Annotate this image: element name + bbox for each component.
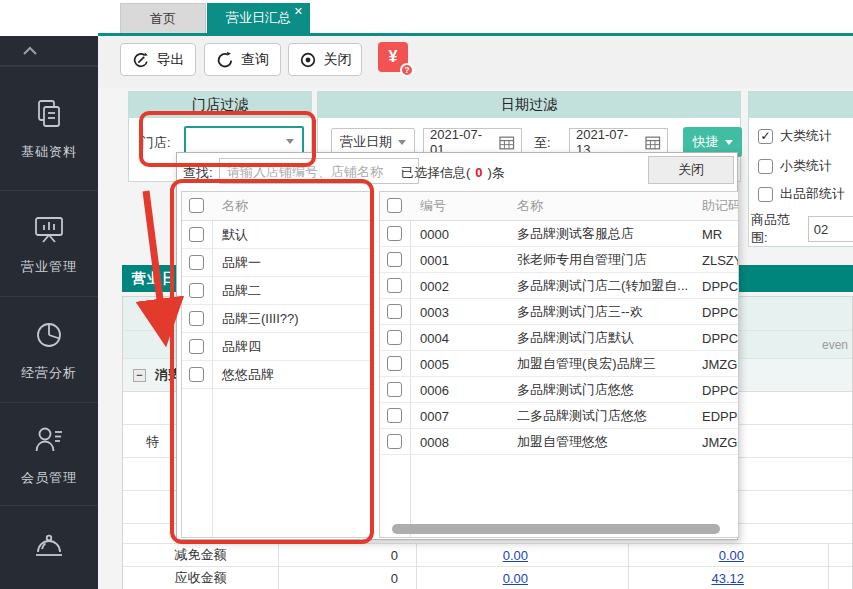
store-name: 多品牌测试门店二(转加盟自...	[517, 277, 688, 295]
checkbox-unchecked[interactable]	[758, 187, 773, 202]
sidebar-item-business-mgmt[interactable]: 营业管理	[0, 190, 98, 296]
to-label: 至:	[534, 134, 551, 152]
column-header-name: 名称	[222, 197, 248, 215]
checkbox-row-production-dept[interactable]: 出品部统计	[758, 185, 845, 203]
brand-row[interactable]: 悠悠品牌	[182, 361, 372, 389]
checkbox-unchecked[interactable]	[758, 159, 773, 174]
store-list: 编号 名称 助记码 0000多品牌测试客服总店MR 0001张老师专用自管理门店…	[379, 191, 739, 538]
row-checkbox[interactable]	[387, 408, 402, 423]
store-list-header: 编号 名称 助记码	[380, 192, 738, 221]
brand-row[interactable]: 品牌四	[182, 333, 372, 361]
store-name: 加盟自管理悠悠	[517, 433, 608, 451]
calendar-icon[interactable]	[645, 135, 661, 150]
table-row-discount: 减免金额 0 0.00 0.00	[123, 544, 852, 567]
sidebar-item-service[interactable]	[0, 505, 98, 589]
store-mnemonic: JMZGL	[702, 434, 739, 449]
query-button[interactable]: 查询	[204, 43, 281, 76]
tab-home[interactable]: 首页	[120, 3, 206, 33]
row-checkbox[interactable]	[189, 283, 204, 298]
goods-range-input[interactable]: 02	[808, 216, 853, 242]
query-label: 查询	[241, 51, 269, 69]
checkbox-row-minor-category[interactable]: 小类统计	[758, 157, 832, 175]
row-checkbox[interactable]	[189, 367, 204, 382]
store-row[interactable]: 0008加盟自管理悠悠JMZGL	[380, 429, 738, 455]
store-name: 多品牌测试门店悠悠	[517, 381, 634, 399]
amount-link[interactable]: 0.00	[503, 548, 528, 563]
store-row[interactable]: 0003多品牌测试门店三--欢DPPCS	[380, 299, 738, 325]
selected-info-suffix: )条	[488, 165, 505, 180]
store-row[interactable]: 0004多品牌测试门店默认DPPCS	[380, 325, 738, 351]
horizontal-scrollbar-thumb[interactable]	[392, 524, 720, 534]
row-checkbox[interactable]	[387, 382, 402, 397]
date-filter-header: 日期过滤	[318, 92, 740, 118]
brand-name: 品牌四	[222, 338, 261, 356]
brand-row[interactable]: 默认	[182, 221, 372, 249]
fee-badge-button[interactable]: ¥ ?	[378, 42, 408, 72]
amount-link[interactable]: 43.12	[711, 571, 744, 586]
empty-cell	[828, 544, 852, 566]
sidebar-item-label: 会员管理	[21, 469, 77, 487]
brand-row[interactable]: 品牌二	[182, 277, 372, 305]
store-row[interactable]: 0002多品牌测试门店二(转加盟自...DPPCS	[380, 273, 738, 299]
close-button[interactable]: 关闭	[288, 43, 362, 76]
store-code: 0003	[420, 304, 449, 319]
member-icon	[31, 422, 67, 458]
row-checkbox[interactable]	[387, 434, 402, 449]
chevron-down-icon	[398, 140, 406, 145]
store-row[interactable]: 0006多品牌测试门店悠悠DPPCS	[380, 377, 738, 403]
store-select-popup: 查找: 已选择信息(0)条 关闭 名称 默认 品牌一 品牌二 品牌三(IIII?…	[176, 152, 738, 540]
checkbox-checked[interactable]: ✓	[758, 129, 773, 144]
column-header-mnemonic: 助记码	[702, 197, 739, 215]
export-button[interactable]: 导出	[120, 43, 196, 76]
search-input[interactable]	[219, 158, 419, 184]
store-code: 0007	[420, 408, 449, 423]
row-checkbox[interactable]	[189, 227, 204, 242]
select-all-checkbox[interactable]	[387, 198, 402, 213]
select-all-checkbox[interactable]	[189, 198, 204, 213]
app-window: 首页 营业日汇总 ✕ 基础资料 营业管理	[0, 0, 853, 589]
row-checkbox[interactable]	[387, 330, 402, 345]
amount-link[interactable]: 0.00	[719, 548, 744, 563]
row-checkbox[interactable]	[387, 278, 402, 293]
store-row[interactable]: 0000多品牌测试客服总店MR	[380, 221, 738, 247]
brand-row[interactable]: 品牌一	[182, 249, 372, 277]
tab-close-icon[interactable]: ✕	[294, 5, 303, 17]
sidebar-item-members[interactable]: 会员管理	[0, 402, 98, 505]
store-code: 0001	[420, 252, 449, 267]
row-checkbox[interactable]	[387, 252, 402, 267]
row-checkbox[interactable]	[189, 311, 204, 326]
brand-name: 默认	[222, 226, 248, 244]
store-name: 多品牌测试门店默认	[517, 329, 634, 347]
row-checkbox[interactable]	[189, 339, 204, 354]
store-code: 0008	[420, 434, 449, 449]
toolbar: 导出 查询 关闭 ¥ ?	[98, 36, 853, 88]
tab-label: 营业日汇总	[226, 9, 291, 27]
store-row[interactable]: 0001张老师专用自管理门店ZLSZY	[380, 247, 738, 273]
column-header-code: 编号	[420, 197, 446, 215]
calendar-icon[interactable]	[499, 135, 515, 150]
quick-label: 快捷	[693, 133, 719, 151]
sidebar-item-analysis[interactable]: 经营分析	[0, 296, 98, 402]
refresh-icon	[216, 51, 234, 69]
row-checkbox[interactable]	[387, 356, 402, 371]
amount-link[interactable]: 0.00	[503, 571, 528, 586]
sidebar-collapse-button[interactable]	[0, 36, 98, 66]
row-checkbox[interactable]	[189, 255, 204, 270]
yuan-icon: ¥	[389, 48, 398, 66]
sidebar-item-base-data[interactable]: 基础资料	[0, 66, 98, 190]
tab-daily-summary[interactable]: 营业日汇总 ✕	[207, 3, 310, 33]
chevron-down-icon	[286, 139, 294, 144]
collapse-minus-icon[interactable]: −	[133, 369, 146, 382]
brand-row[interactable]: 品牌三(IIII??)	[182, 305, 372, 333]
store-mnemonic: DPPCS	[702, 278, 739, 293]
checkbox-row-major-category[interactable]: ✓ 大类统计	[758, 127, 832, 145]
checkbox-label: 小类统计	[780, 157, 832, 175]
row-checkbox[interactable]	[387, 226, 402, 241]
store-mnemonic: DPPCS	[702, 382, 739, 397]
row-checkbox[interactable]	[387, 304, 402, 319]
popup-close-button[interactable]: 关闭	[648, 156, 734, 184]
empty-cell	[828, 567, 852, 589]
store-row[interactable]: 0007二多品牌测试门店悠悠EDPPC	[380, 403, 738, 429]
goods-range-label: 商品范围:	[751, 211, 803, 247]
store-row[interactable]: 0005加盟自管理(良宏)品牌三JMZGL	[380, 351, 738, 377]
